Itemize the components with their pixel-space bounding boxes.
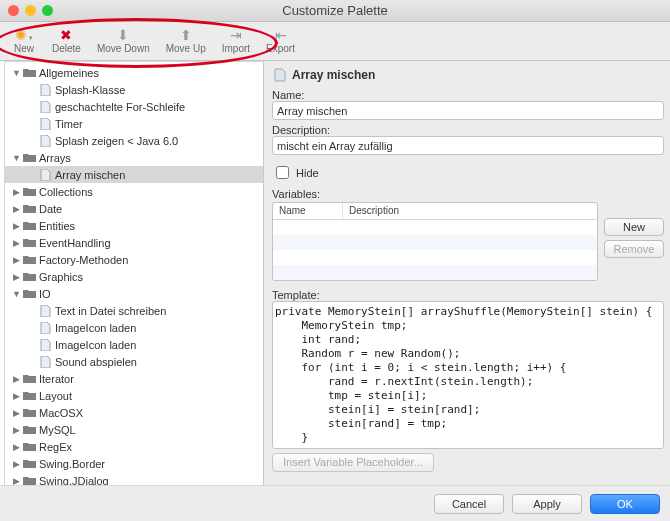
window-title: Customize Palette bbox=[282, 3, 388, 18]
disclosure-triangle-icon[interactable]: ▶ bbox=[11, 221, 22, 231]
disclosure-triangle-icon[interactable]: ▶ bbox=[11, 476, 22, 486]
folder-icon bbox=[22, 287, 37, 300]
tree-item[interactable]: Array mischen bbox=[5, 166, 263, 183]
file-icon bbox=[38, 83, 53, 96]
traffic-lights bbox=[8, 5, 53, 16]
detail-heading: Array mischen bbox=[292, 68, 375, 82]
tree-folder[interactable]: ▶Entities bbox=[5, 217, 263, 234]
disclosure-triangle-icon[interactable]: ▶ bbox=[11, 391, 22, 401]
tree-item-label: RegEx bbox=[37, 441, 72, 453]
tree-folder[interactable]: ▶RegEx bbox=[5, 438, 263, 455]
disclosure-triangle-icon[interactable]: ▶ bbox=[11, 459, 22, 469]
tree-item-label: MacOSX bbox=[37, 407, 83, 419]
tree-folder[interactable]: ▶Factory-Methoden bbox=[5, 251, 263, 268]
zoom-window-icon[interactable] bbox=[42, 5, 53, 16]
window-titlebar: Customize Palette bbox=[0, 0, 670, 22]
name-label: Name: bbox=[272, 89, 664, 101]
tree-folder[interactable]: ▶Date bbox=[5, 200, 263, 217]
detail-panel: Array mischen Name: Description: Hide Va… bbox=[264, 61, 670, 499]
apply-button[interactable]: Apply bbox=[512, 494, 582, 514]
description-input[interactable] bbox=[272, 136, 664, 155]
minimize-window-icon[interactable] bbox=[25, 5, 36, 16]
folder-icon bbox=[22, 440, 37, 453]
disclosure-triangle-icon[interactable]: ▼ bbox=[11, 153, 22, 163]
tree-item-label: geschachtelte For-Schleife bbox=[53, 101, 185, 113]
tree-item-label: Factory-Methoden bbox=[37, 254, 128, 266]
tree-folder[interactable]: ▼Allgemeines bbox=[5, 64, 263, 81]
tree-item-label: Date bbox=[37, 203, 62, 215]
tree-item[interactable]: Sound abspielen bbox=[5, 353, 263, 370]
folder-icon bbox=[22, 389, 37, 402]
disclosure-triangle-icon[interactable]: ▼ bbox=[11, 289, 22, 299]
folder-icon bbox=[22, 202, 37, 215]
tree-folder[interactable]: ▼Arrays bbox=[5, 149, 263, 166]
file-icon bbox=[38, 304, 53, 317]
move-down-button[interactable]: ⬇ Move Down bbox=[89, 25, 158, 56]
disclosure-triangle-icon[interactable]: ▶ bbox=[11, 374, 22, 384]
folder-icon bbox=[22, 66, 37, 79]
disclosure-triangle-icon[interactable]: ▶ bbox=[11, 272, 22, 282]
import-icon: ⇥ bbox=[230, 27, 242, 43]
tree-folder[interactable]: ▶Collections bbox=[5, 183, 263, 200]
folder-icon bbox=[22, 151, 37, 164]
tree-item[interactable]: Text in Datei schreiben bbox=[5, 302, 263, 319]
tree-item-label: ImageIcon laden bbox=[53, 339, 136, 351]
disclosure-triangle-icon[interactable]: ▶ bbox=[11, 408, 22, 418]
file-icon bbox=[38, 321, 53, 334]
tree-folder[interactable]: ▶Layout bbox=[5, 387, 263, 404]
file-icon bbox=[38, 117, 53, 130]
snippet-icon bbox=[272, 67, 288, 83]
tree-item-label: Splash zeigen < Java 6.0 bbox=[53, 135, 178, 147]
export-button[interactable]: ⇤ Export bbox=[258, 25, 303, 56]
file-icon bbox=[38, 134, 53, 147]
tree-item[interactable]: geschachtelte For-Schleife bbox=[5, 98, 263, 115]
tree-item-label: Sound abspielen bbox=[53, 356, 137, 368]
disclosure-triangle-icon[interactable]: ▶ bbox=[11, 187, 22, 197]
tree-folder[interactable]: ▶MacOSX bbox=[5, 404, 263, 421]
import-button[interactable]: ⇥ Import bbox=[214, 25, 258, 56]
close-window-icon[interactable] bbox=[8, 5, 19, 16]
ok-button[interactable]: OK bbox=[590, 494, 660, 514]
tree-item[interactable]: Timer bbox=[5, 115, 263, 132]
tree-folder[interactable]: ▶Graphics bbox=[5, 268, 263, 285]
disclosure-triangle-icon[interactable]: ▶ bbox=[11, 238, 22, 248]
folder-icon bbox=[22, 236, 37, 249]
tree-item[interactable]: Splash zeigen < Java 6.0 bbox=[5, 132, 263, 149]
disclosure-triangle-icon[interactable]: ▼ bbox=[11, 68, 22, 78]
export-icon: ⇤ bbox=[275, 27, 287, 43]
tree-item-label: Timer bbox=[53, 118, 83, 130]
tree-item-label: IO bbox=[37, 288, 51, 300]
variable-new-button[interactable]: New bbox=[604, 218, 664, 236]
disclosure-triangle-icon[interactable]: ▶ bbox=[11, 204, 22, 214]
folder-icon bbox=[22, 423, 37, 436]
tree-folder[interactable]: ▶MySQL bbox=[5, 421, 263, 438]
new-button[interactable]: ✺▾ New bbox=[4, 25, 44, 56]
tree-item-label: Iterator bbox=[37, 373, 74, 385]
tree-folder[interactable]: ▶EventHandling bbox=[5, 234, 263, 251]
file-icon bbox=[38, 168, 53, 181]
disclosure-triangle-icon[interactable]: ▶ bbox=[11, 255, 22, 265]
tree-folder[interactable]: ▶Swing.Border bbox=[5, 455, 263, 472]
tree-item[interactable]: Splash-Klasse bbox=[5, 81, 263, 98]
tree-item-label: Allgemeines bbox=[37, 67, 99, 79]
tree-item-label: MySQL bbox=[37, 424, 76, 436]
toolbar: ✺▾ New ✖ Delete ⬇ Move Down ⬆ Move Up ⇥ … bbox=[0, 22, 670, 61]
insert-placeholder-button: Insert Variable Placeholder... bbox=[272, 453, 434, 472]
tree-item[interactable]: ImageIcon laden bbox=[5, 319, 263, 336]
move-up-button[interactable]: ⬆ Move Up bbox=[158, 25, 214, 56]
template-textarea[interactable]: private MemoryStein[] arrayShuffle(Memor… bbox=[272, 301, 664, 449]
variables-table[interactable]: Name Description bbox=[272, 202, 598, 281]
hide-checkbox[interactable] bbox=[276, 166, 289, 179]
cancel-button[interactable]: Cancel bbox=[434, 494, 504, 514]
file-icon bbox=[38, 355, 53, 368]
tree-item-label: Swing.Border bbox=[37, 458, 105, 470]
tree-folder[interactable]: ▶Iterator bbox=[5, 370, 263, 387]
tree-item[interactable]: ImageIcon laden bbox=[5, 336, 263, 353]
disclosure-triangle-icon[interactable]: ▶ bbox=[11, 442, 22, 452]
tree-folder[interactable]: ▼IO bbox=[5, 285, 263, 302]
folder-icon bbox=[22, 406, 37, 419]
disclosure-triangle-icon[interactable]: ▶ bbox=[11, 425, 22, 435]
name-input[interactable] bbox=[272, 101, 664, 120]
file-icon bbox=[38, 338, 53, 351]
delete-button[interactable]: ✖ Delete bbox=[44, 25, 89, 56]
